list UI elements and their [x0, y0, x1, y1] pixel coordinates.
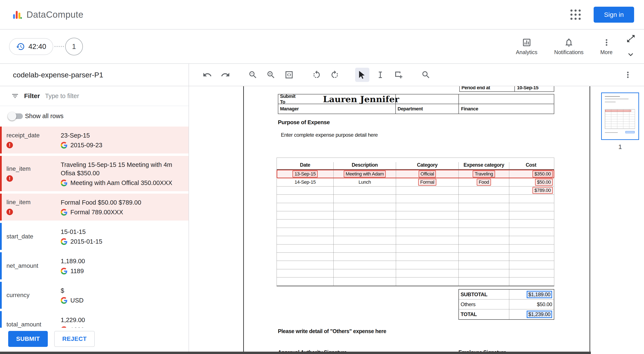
filter-label: Filter — [24, 92, 40, 100]
thumbnail-table-sketch — [605, 109, 635, 129]
expense-table-cell — [459, 203, 509, 211]
expense-table-cell: $350.00 — [509, 170, 554, 178]
annotation-box[interactable]: 13-Sep-15 — [292, 170, 318, 178]
summary-label: Others — [459, 299, 509, 309]
annotation-box[interactable]: $789.00 — [532, 187, 553, 194]
analytics-button[interactable]: Analytics — [516, 38, 538, 55]
undo-button[interactable] — [200, 68, 214, 82]
expense-table-cell — [277, 187, 334, 195]
annotation-box[interactable]: $50.00 — [535, 179, 553, 186]
expense-table-cell — [277, 277, 334, 286]
expense-cell-value: 14-Sep-15 — [294, 179, 316, 185]
step-connector — [54, 46, 64, 47]
expense-table-row: 14-Sep-15LunchFormalFood$50.00 — [277, 178, 554, 186]
annotation-box[interactable]: Food — [477, 179, 491, 186]
chevron-down-icon[interactable] — [626, 50, 636, 59]
select-tool-button[interactable] — [355, 68, 369, 82]
field-name: currency — [6, 292, 61, 299]
filter-input[interactable] — [45, 92, 182, 100]
sign-in-button[interactable]: Sign in — [594, 7, 634, 23]
expense-table-cell — [396, 228, 459, 236]
expense-table-cell — [277, 220, 334, 228]
period-label: Period end at — [460, 86, 515, 91]
annotation-box[interactable]: $350.00 — [532, 170, 553, 178]
expense-table-cell — [334, 220, 396, 228]
rotate-right-button[interactable] — [328, 68, 342, 82]
viewer-bottom-edge — [0, 352, 591, 354]
processor-title: codelab-expense-parser-P1 — [13, 71, 103, 79]
text-select-tool-button[interactable] — [373, 68, 388, 82]
show-all-rows-toggle[interactable] — [8, 113, 23, 119]
expense-table-header: DateDescriptionCategoryExpense categoryC… — [277, 158, 554, 170]
timer-pill: 42:40 — [9, 38, 53, 55]
expense-table-header-cell: Category — [396, 162, 459, 169]
page-thumbnail[interactable] — [601, 92, 639, 140]
field-name: net_amount — [6, 262, 61, 269]
annotation-box[interactable]: Traveling — [473, 170, 495, 178]
google-g-icon — [61, 297, 67, 304]
field-row[interactable]: start_date 15-01-15 2015-01-15 — [0, 223, 188, 250]
field-row[interactable]: line_item ! Traveling 15-5ep-15 15 Meeti… — [0, 156, 188, 191]
expense-table-cell — [396, 277, 459, 286]
manager-label: Manager — [278, 104, 396, 114]
more-button[interactable]: More — [600, 38, 612, 55]
expense-table-cell: $789.00 — [509, 187, 554, 195]
annotation-box[interactable]: $1,189.00 — [527, 291, 552, 298]
expense-table-cell — [334, 187, 396, 195]
expense-table-cell — [277, 253, 334, 261]
expense-table-cell — [509, 228, 554, 236]
search-button[interactable] — [419, 68, 433, 82]
field-row[interactable]: net_amount 1,189.00 1189 — [0, 252, 188, 279]
google-g-icon — [61, 142, 67, 148]
notifications-bell-icon — [564, 38, 574, 47]
zoom-in-button[interactable] — [264, 68, 278, 82]
field-name: line_item — [6, 165, 61, 172]
expense-table-cell — [459, 228, 509, 236]
expense-table-cell — [509, 269, 554, 277]
field-row[interactable]: line_item ! Formal Food $50.00 $789.00 F… — [0, 194, 188, 221]
fullscreen-expand-icon[interactable] — [626, 34, 636, 43]
expense-table-cell — [459, 261, 509, 269]
department-label: Department — [396, 104, 459, 114]
field-normalized-value: Meeting with Aam Offical 350.00XXX — [70, 179, 172, 187]
document-viewer[interactable]: Period end at 10-Sep-15 Submit To Lauren… — [189, 86, 591, 354]
expense-table-row — [277, 253, 554, 261]
expense-table-row: 13-Sep-15Meeting with AdamOfficialTravel… — [277, 170, 554, 178]
add-bounding-box-button[interactable] — [391, 68, 406, 82]
annotation-box[interactable]: Official — [419, 170, 436, 178]
expense-table-cell — [277, 211, 334, 219]
task-step-indicator[interactable]: 1 — [65, 38, 83, 55]
field-normalized-value: 2015-01-15 — [70, 238, 102, 245]
expense-table-cell — [459, 195, 509, 203]
department-value: Finance — [459, 104, 554, 114]
field-normalized-value: Formal 789.00XXX — [70, 209, 123, 216]
field-name: total_amount — [6, 321, 61, 328]
reject-button[interactable]: REJECT — [54, 331, 94, 347]
annotation-box[interactable]: $1,239.00 — [527, 311, 552, 318]
redo-button[interactable] — [218, 68, 232, 82]
annotation-box[interactable]: Meeting with Adam — [344, 170, 386, 178]
expense-table-cell — [459, 220, 509, 228]
expense-table-row — [277, 236, 554, 244]
viewer-toolbar — [189, 64, 644, 86]
field-value: Formal Food $50.00 $789.00 — [61, 198, 184, 207]
expense-table-cell — [459, 236, 509, 244]
panel-footer: SUBMIT REJECT — [0, 328, 188, 350]
field-row[interactable]: receipt_date ! 23-Sep-15 2015-09-23 — [0, 126, 188, 153]
toolbar-overflow-button[interactable] — [621, 68, 635, 82]
expense-table-cell — [277, 261, 334, 269]
zoom-out-button[interactable] — [246, 68, 260, 82]
field-row[interactable]: currency $ USD — [0, 282, 188, 309]
apps-grid-icon[interactable] — [570, 10, 581, 20]
notifications-button[interactable]: Notifications — [554, 38, 584, 55]
submit-button[interactable]: SUBMIT — [8, 331, 48, 347]
field-normalized-value: 2015-09-23 — [70, 142, 102, 149]
approval-signature-label: Approval Authority Signature — [278, 349, 347, 352]
expense-table-cell — [459, 269, 509, 277]
expense-table-cell — [334, 203, 396, 211]
notifications-label: Notifications — [554, 49, 584, 55]
code-view-button[interactable] — [282, 68, 296, 82]
field-name: start_date — [6, 233, 61, 240]
annotation-box[interactable]: Formal — [418, 179, 436, 186]
rotate-left-button[interactable] — [310, 68, 324, 82]
